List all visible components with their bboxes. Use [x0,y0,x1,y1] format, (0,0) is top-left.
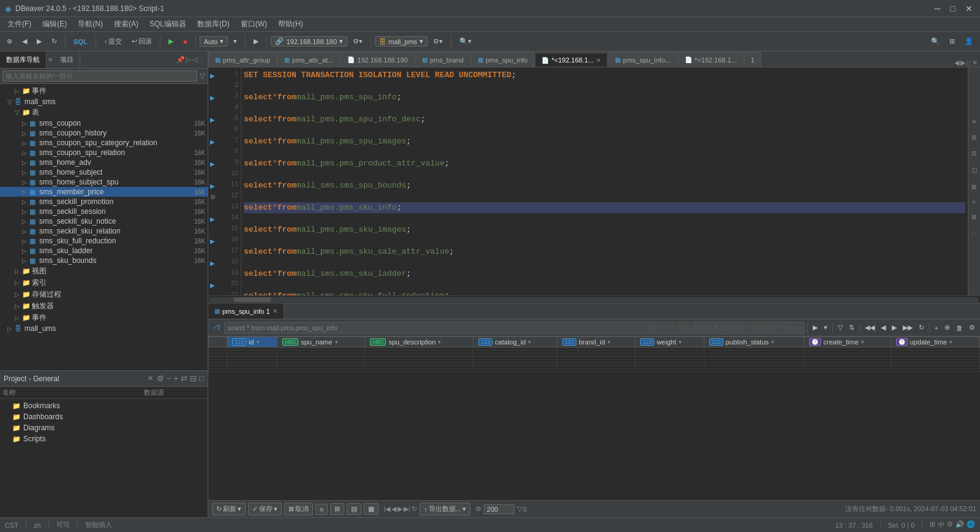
menu-search[interactable]: 搜索(A) [109,18,143,31]
menu-navigate[interactable]: 导航(N) [73,18,108,31]
script-button[interactable]: ≡ [315,504,328,515]
tree-node-mall-ums[interactable]: ▷ 🗄 mall_ums [0,324,208,333]
tree-node-stored-procs[interactable]: ▷ 📁 存储过程 [0,289,208,300]
list-item[interactable]: ▷ ▦ sms_coupon 16K [0,118,208,128]
results-add-button[interactable]: + [932,323,941,333]
col-brand-id[interactable]: 123 brand_id ▾ [557,337,635,348]
column-button[interactable]: ▤ [347,503,361,515]
project-maximize-icon[interactable]: □ [199,374,204,383]
tab-pms-spu-info[interactable]: ▦ pms_spu_info [471,52,535,67]
results-reload-button[interactable]: ↻ [916,322,927,333]
tool6-btn[interactable]: ≈ [970,197,979,208]
rollback-button[interactable]: ↩ 回滚 [127,35,156,48]
tabs-scroll-left[interactable]: ◀ [954,59,959,67]
tree-filter-button[interactable]: ▽ [200,72,205,80]
results-right-button[interactable]: ▶ [889,322,899,333]
run-button[interactable]: ▶ [164,36,178,47]
results-settings-button[interactable]: ⚙ [967,322,978,333]
menu-edit[interactable]: 编辑(E) [37,18,72,31]
tab-pms-attr-at[interactable]: ▦ pms_attr_at... [277,52,340,67]
next-icon[interactable]: ▶ [398,505,402,513]
col-id[interactable]: 123 id ▾ [227,337,277,348]
tool4-btn[interactable]: ◫ [970,163,979,177]
tab-active-script[interactable]: 📄 *<192.168.1... ✕ [535,53,608,67]
tab-projects[interactable]: 项目 [54,51,80,68]
connection-config-button[interactable]: ⚙▾ [349,36,367,47]
next-page-icon[interactable]: ▶| [404,505,410,513]
list-item[interactable]: 📁 Bookmarks [0,400,208,411]
results-run-query-button[interactable]: ▶ [810,322,820,333]
format-btn[interactable]: ≡ [970,116,979,127]
search-toolbar-button[interactable]: 🔍 [927,36,944,47]
prev-page-icon[interactable]: |◀ [383,505,390,513]
project-minus-icon[interactable]: − [167,374,172,383]
tab-ip-script[interactable]: 📄 192.168.188.180 [341,52,415,67]
list-item[interactable]: ▷ ▦ sms_sku_ladder 16K [0,246,208,256]
results-left-button[interactable]: ◀ [878,322,888,333]
tree-node-tables[interactable]: ▽ 📁 表 [0,107,208,118]
prev-icon[interactable]: ◀ [391,505,396,513]
back-button[interactable]: ◀ [18,36,31,47]
list-item[interactable]: 📁 Scripts [0,433,208,444]
results-copy-button[interactable]: ⊕ [942,322,952,333]
limit-input[interactable] [484,504,514,514]
menu-file[interactable]: 文件(F) [2,18,36,31]
list-item[interactable]: ▷ ▦ sms_coupon_spu_relation 16K [0,148,208,158]
tree-search-input[interactable] [2,70,197,82]
list-item[interactable]: ▷ ▦ sms_seckill_promotion 16K [0,197,208,207]
user-button[interactable]: 👤 [960,36,978,47]
list-item[interactable]: ▷ ▦ sms_member_price 16K [0,187,208,197]
editor-hscrollbar[interactable] [208,295,980,303]
col-catalog-id[interactable]: 123 catalog_id ▾ [473,337,557,348]
list-item[interactable]: ▷ ▦ sms_coupon_history 16K [0,128,208,138]
navigator-expand-button[interactable]: ▷ [186,56,191,64]
list-item[interactable]: 📁 Diagrams [0,422,208,433]
connection-dropdown[interactable]: 🔗 192.168.188.180 ▾ [271,36,347,47]
navigator-more-button[interactable]: ⋮ [198,56,205,64]
results-filter-button[interactable]: ▽ [835,322,845,333]
tabs-maximize[interactable]: □ [967,59,971,67]
col-create-time[interactable]: 🕐 create_time ▾ [804,337,891,348]
results-sort-button[interactable]: ⇅ [846,322,857,333]
menu-window[interactable]: 窗口(W) [236,18,272,31]
results-delete-button[interactable]: 🗑 [954,323,965,333]
minimap-btn[interactable]: ⊞ [970,131,979,143]
tab-number[interactable]: 1 [744,52,761,67]
tree-node-events[interactable]: ▷ 📁 事件 [0,85,208,97]
new-connection-button[interactable]: ⊕ [2,36,17,47]
results-next-button[interactable]: ▶▶ [900,322,915,333]
tree-node-views[interactable]: ▷ 📁 视图 [0,265,208,277]
run-sql-button[interactable]: ▶ [249,36,263,47]
results-run-button[interactable]: ↑T [211,323,223,333]
result-tab-close[interactable]: ✕ [273,308,277,314]
tool8-btn[interactable]: ⋮ [970,227,979,240]
list-item[interactable]: ▷ ▦ sms_coupon_spu_category_relation [0,138,208,148]
list-item[interactable]: ▷ ▦ sms_seckill_session 16K [0,207,208,216]
zoom-button[interactable]: 🔍▾ [455,36,476,47]
stop-button[interactable]: ■ [179,36,192,47]
col-weight[interactable]: 123 weight ▾ [635,337,704,348]
navigator-pin-button[interactable]: 📌 [176,56,185,64]
maximize-button[interactable]: □ [948,4,958,13]
navigator-collapse-button[interactable]: ◁ [192,56,197,64]
auto-dropdown[interactable]: Auto ▾ [200,36,228,47]
code-editor[interactable]: SET SESSION TRANSACTION ISOLATION LEVEL … [241,67,968,295]
minimize-button[interactable]: ─ [932,4,943,13]
database-dropdown[interactable]: 🗄 mall_pms ▾ [375,36,428,47]
layout-button[interactable]: ⊞ [945,36,959,47]
tool5-btn[interactable]: ⊠ [970,181,979,193]
tool7-btn[interactable]: ⊞ [970,211,979,223]
grid-button[interactable]: ⊞ [330,503,344,515]
list-item[interactable]: ▷ ▦ sms_seckill_sku_notice 16K [0,216,208,226]
cancel-button[interactable]: ⊠ 取消 [284,503,313,515]
refresh-button[interactable]: ↻ [47,36,61,47]
project-settings-icon[interactable]: ⚙ [157,374,164,383]
tree-node-mall-sms[interactable]: ▽ 🗄 mall_sms [0,97,208,107]
refresh-button[interactable]: ↻ 刷新 ▾ [212,503,246,515]
list-item[interactable]: ▷ ▦ sms_home_subject 16K [0,167,208,177]
tab-active-script2[interactable]: 📄 *<192.168.1... [678,52,744,67]
filter-icon[interactable]: ▽ [517,505,522,513]
table-view-button[interactable]: ▦ [364,503,379,515]
tab-db-navigator[interactable]: 数据库导航 [0,51,47,68]
col-spu-description[interactable]: ABC spu_description ▾ [364,337,473,348]
